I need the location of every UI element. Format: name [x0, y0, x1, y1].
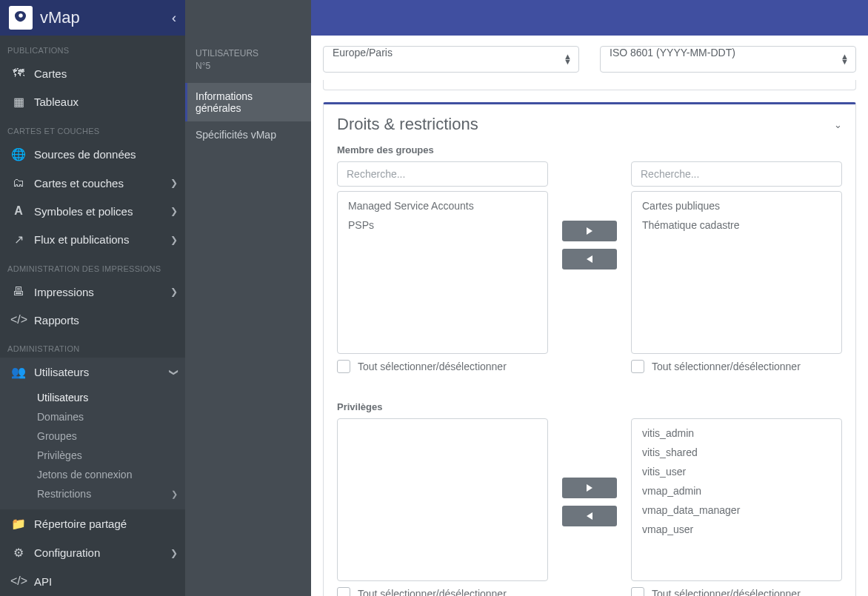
sidebar-item-rapports[interactable]: </> Rapports: [0, 306, 185, 334]
code-icon: </>: [10, 313, 27, 327]
chevron-down-icon: ❯: [169, 369, 179, 376]
groups-picker: Managed Service Accounts PSPs Tout sélec…: [337, 161, 842, 373]
priv-available-selectall-checkbox[interactable]: [337, 587, 350, 596]
sidebar-section-title: CARTES ET COUCHES: [0, 116, 185, 140]
users-icon: 👥: [10, 365, 27, 379]
app-logo: [9, 6, 33, 30]
sidebar-item-repertoire[interactable]: 📁 Répertoire partagé: [0, 509, 185, 538]
topbar: [311, 0, 868, 36]
sidebar-main: vMap ‹‹ PUBLICATIONS 🗺 Cartes ▦ Tableaux…: [0, 0, 185, 596]
sidebar-collapse-icon[interactable]: ‹‹: [172, 10, 176, 26]
sidebar-section-title: ADMINISTRATION: [0, 334, 185, 358]
printer-icon: 🖶: [10, 285, 27, 298]
groups-assigned-selectall-checkbox[interactable]: [631, 360, 644, 373]
layers-icon: 🗂: [10, 176, 27, 190]
sidebar-item-impressions[interactable]: 🖶 Impressions ❯: [0, 278, 185, 306]
sidebar-sub-utilisateurs[interactable]: Utilisateurs: [0, 388, 185, 407]
chevron-right-icon: ❯: [170, 235, 178, 245]
chevron-down-icon[interactable]: ⌄: [834, 119, 842, 130]
sidebar-item-api[interactable]: </> API: [0, 567, 185, 595]
list-item[interactable]: vmap_user: [632, 520, 841, 539]
sidebar-item-sources[interactable]: 🌐 Sources de données: [0, 140, 185, 169]
chevron-right-icon: ❯: [170, 548, 178, 558]
groups-assigned-list[interactable]: Cartes publiques Thématique cadastre: [631, 191, 842, 354]
tab-specificites-vmap[interactable]: Spécificités vMap: [185, 121, 311, 148]
main-content: Europe/Paris ▲▼ ISO 8601 (YYYY-MM-DDT) ▲…: [311, 36, 868, 596]
groups-available-list[interactable]: Managed Service Accounts PSPs: [337, 191, 548, 354]
secondary-header: UTILISATEURS N°5: [185, 36, 311, 83]
groups-available-search[interactable]: [337, 161, 548, 187]
sidebar-item-tableaux[interactable]: ▦ Tableaux: [0, 87, 185, 116]
sidebar-sub-jetons[interactable]: Jetons de connexion: [0, 465, 185, 484]
code-icon: </>: [10, 575, 27, 588]
chevron-right-icon: ❯: [170, 178, 178, 188]
move-right-button[interactable]: [562, 478, 617, 498]
groups-available-selectall-checkbox[interactable]: [337, 360, 350, 373]
sidebar-submenu-utilisateurs: Utilisateurs Domaines Groupes Privilèges…: [0, 386, 185, 509]
timezone-select[interactable]: Europe/Paris ▲▼: [323, 46, 579, 73]
globe-icon: 🌐: [10, 147, 27, 161]
sidebar-secondary: UTILISATEURS N°5 Informations générales …: [185, 0, 311, 596]
sidebar-sub-privileges[interactable]: Privilèges: [0, 446, 185, 465]
secondary-topgap: [185, 0, 311, 36]
chevron-right-icon: ❯: [170, 287, 178, 297]
selectall-label: Tout sélectionner/désélectionner: [358, 588, 507, 596]
privileges-picker: Tout sélectionner/désélectionner vitis_a…: [337, 418, 842, 596]
dateformat-select[interactable]: ISO 8601 (YYYY-MM-DDT) ▲▼: [600, 46, 856, 73]
sidebar-item-utilisateurs[interactable]: 👥 Utilisateurs ❯: [0, 358, 185, 386]
sidebar-sub-domaines[interactable]: Domaines: [0, 407, 185, 426]
selectall-label: Tout sélectionner/désélectionner: [358, 361, 507, 372]
sidebar-sub-restrictions[interactable]: Restrictions❯: [0, 484, 185, 503]
list-item[interactable]: vitis_user: [632, 462, 841, 481]
move-right-button[interactable]: [562, 221, 617, 241]
move-left-button[interactable]: [562, 249, 617, 269]
map-icon: 🗺: [10, 67, 27, 80]
privileges-assigned-list[interactable]: vitis_admin vitis_shared vitis_user vmap…: [631, 418, 842, 581]
tab-informations-generales[interactable]: Informations générales: [185, 83, 311, 121]
priv-assigned-selectall-checkbox[interactable]: [631, 587, 644, 596]
gear-icon: ⚙: [10, 546, 27, 560]
sidebar-item-flux[interactable]: ↗ Flux et publications ❯: [0, 225, 185, 254]
app-title: vMap: [40, 8, 80, 27]
folder-icon: 📁: [10, 517, 27, 531]
selectall-label: Tout sélectionner/désélectionner: [652, 361, 801, 372]
list-item[interactable]: Managed Service Accounts: [338, 196, 547, 215]
move-left-button[interactable]: [562, 506, 617, 526]
list-item[interactable]: vitis_shared: [632, 443, 841, 462]
section-droits-restrictions: Droits & restrictions ⌄ Membre des group…: [323, 102, 856, 596]
list-item[interactable]: Cartes publiques: [632, 196, 841, 215]
list-item[interactable]: vmap_admin: [632, 481, 841, 500]
privileges-label: Privilèges: [337, 401, 842, 412]
list-item[interactable]: Thématique cadastre: [632, 215, 841, 235]
sidebar-section-title: PUBLICATIONS: [0, 36, 185, 59]
sidebar-sub-groupes[interactable]: Groupes: [0, 426, 185, 446]
sidebar-item-cartes[interactable]: 🗺 Cartes: [0, 59, 185, 87]
list-item[interactable]: vitis_admin: [632, 423, 841, 443]
sidebar-item-symboles[interactable]: A Symboles et polices ❯: [0, 197, 185, 225]
privileges-available-list[interactable]: [337, 418, 548, 581]
sidebar-item-cartes-couches[interactable]: 🗂 Cartes et couches ❯: [0, 169, 185, 197]
list-item[interactable]: vmap_data_manager: [632, 500, 841, 520]
list-item[interactable]: PSPs: [338, 215, 547, 235]
font-icon: A: [10, 204, 27, 218]
sidebar-item-configuration[interactable]: ⚙ Configuration ❯: [0, 538, 185, 567]
chevron-right-icon: ❯: [171, 489, 178, 499]
brand-bar: vMap ‹‹: [0, 0, 185, 36]
section-title: Droits & restrictions: [337, 115, 478, 134]
grid-icon: ▦: [10, 95, 27, 109]
external-link-icon: ↗: [10, 232, 27, 247]
groups-assigned-search[interactable]: [631, 161, 842, 187]
groups-label: Membre des groupes: [337, 144, 842, 155]
chevron-right-icon: ❯: [170, 206, 178, 216]
selectall-label: Tout sélectionner/désélectionner: [652, 588, 801, 596]
main-area: Europe/Paris ▲▼ ISO 8601 (YYYY-MM-DDT) ▲…: [311, 0, 868, 596]
sidebar-section-title: ADMINISTRATION DES IMPRESSIONS: [0, 254, 185, 278]
